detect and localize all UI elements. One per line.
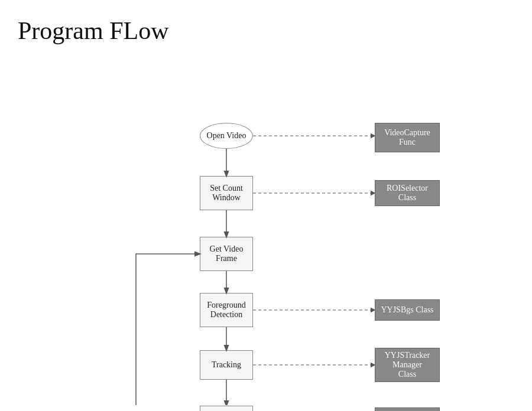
diagram-container: Open Video Set Count Window Get Video Fr… <box>0 51 532 405</box>
page-title: Program FLow <box>0 0 532 45</box>
node-video-capture-func: VideoCapture Func <box>375 123 440 152</box>
node-statistics: Statistics <box>200 406 253 411</box>
node-roi-selector-class: ROISelector Class <box>375 180 440 206</box>
node-yyjs-tracker-manager-class: YYJSTracker Manager Class <box>375 348 440 382</box>
node-open-video: Open Video <box>200 123 253 149</box>
node-set-count-window: Set Count Window <box>200 176 253 210</box>
node-yyjs-bgs-class: YYJSBgs Class <box>375 299 440 321</box>
node-get-video-frame: Get Video Frame <box>200 237 253 271</box>
flow-arrows <box>0 51 532 405</box>
node-yyjs-statistics-class: YYJSStatistics Class <box>375 407 440 411</box>
node-tracking: Tracking <box>200 350 253 380</box>
node-foreground-detection: Foreground Detection <box>200 293 253 327</box>
